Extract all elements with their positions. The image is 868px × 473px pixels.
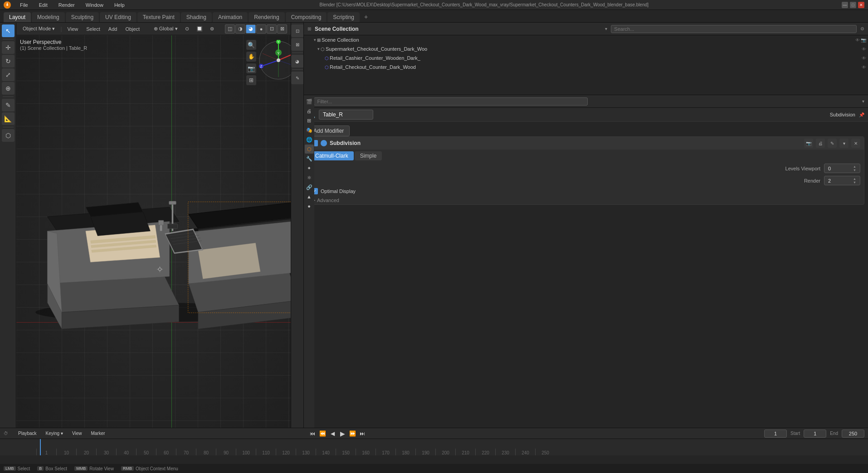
- move-tool[interactable]: ✛: [2, 41, 15, 54]
- tab-sculpting[interactable]: Sculpting: [66, 12, 99, 22]
- menu-render[interactable]: Render: [57, 1, 77, 9]
- render-level-arrows[interactable]: ▲ ▼: [853, 177, 856, 184]
- overlay-toggle[interactable]: ⊡: [267, 24, 277, 34]
- modifier-edit-btn[interactable]: ✎: [828, 139, 837, 148]
- menu-edit[interactable]: Edit: [37, 1, 49, 9]
- proportional-edit[interactable]: ⊚: [207, 25, 217, 33]
- maximize-button[interactable]: □: [850, 2, 856, 8]
- tab-uv-editing[interactable]: UV Editing: [100, 12, 137, 22]
- outliner-filter-icon[interactable]: ▾: [605, 26, 607, 31]
- zoom-icon[interactable]: 🔍: [246, 40, 256, 50]
- simple-tab[interactable]: Simple: [355, 151, 382, 160]
- catmull-clark-tab[interactable]: Catmull-Clark: [310, 151, 354, 160]
- jump-to-start-btn[interactable]: ⏮: [308, 430, 317, 438]
- pivot-point[interactable]: ⊙: [182, 25, 192, 33]
- outliner-options-icon[interactable]: ⚙: [860, 26, 864, 31]
- jump-to-end-btn[interactable]: ⏭: [358, 430, 366, 438]
- render-props-icon[interactable]: 🎬: [305, 97, 314, 106]
- levels-viewport-arrows[interactable]: ▲ ▼: [853, 165, 856, 172]
- tab-scripting[interactable]: Scripting: [327, 12, 360, 22]
- playback-menu[interactable]: Playback: [15, 430, 39, 437]
- view-menu-timeline[interactable]: View: [69, 430, 85, 437]
- object-menu[interactable]: Object: [122, 25, 142, 33]
- select-tool[interactable]: ↖: [2, 24, 15, 37]
- object-props-icon[interactable]: ⬡: [305, 145, 314, 154]
- play-btn[interactable]: ▶: [338, 430, 346, 438]
- keying-menu[interactable]: Keying ▾: [43, 430, 66, 437]
- tab-animation[interactable]: Animation: [213, 12, 248, 22]
- add-menu[interactable]: Add: [106, 25, 120, 33]
- start-frame-display[interactable]: 1: [804, 430, 826, 438]
- levels-viewport-value[interactable]: 0 ▲ ▼: [824, 164, 860, 173]
- properties-search-input[interactable]: [314, 97, 587, 106]
- outliner-item-eye-1[interactable]: 👁: [862, 56, 866, 61]
- render-level-value[interactable]: 2 ▲ ▼: [824, 176, 860, 185]
- add-cube-tool[interactable]: ⬡: [2, 129, 15, 142]
- end-frame-display[interactable]: 250: [842, 430, 864, 438]
- physics-icon[interactable]: ⚛: [305, 173, 314, 182]
- outliner-item-eye-0[interactable]: 👁: [862, 47, 866, 52]
- menu-help[interactable]: Help: [112, 1, 127, 9]
- output-props-icon[interactable]: 🖨: [305, 106, 314, 116]
- modifier-render-btn[interactable]: 🖨: [816, 139, 825, 148]
- tab-rendering[interactable]: Rendering: [249, 12, 284, 22]
- scene-collection-camera[interactable]: 📷: [861, 38, 866, 43]
- data-props-icon[interactable]: ▲: [305, 192, 314, 201]
- scene-collection-eye[interactable]: 👁: [855, 38, 860, 43]
- snap-toggle[interactable]: 🔲: [194, 25, 205, 33]
- modifier-camera-btn[interactable]: 📷: [804, 139, 813, 148]
- wireframe-shade[interactable]: ◫: [225, 24, 235, 34]
- material-shade[interactable]: ◕: [246, 24, 256, 34]
- modifier-props-icon[interactable]: 🔧: [305, 154, 314, 163]
- tab-texture-paint[interactable]: Texture Paint: [137, 12, 180, 22]
- material-props-icon[interactable]: ●: [305, 202, 314, 211]
- add-workspace-button[interactable]: +: [361, 11, 371, 22]
- camera-icon-overlay[interactable]: 📷: [246, 63, 256, 73]
- solid-shade[interactable]: ◑: [235, 24, 245, 34]
- object-name-input[interactable]: [319, 110, 373, 120]
- annotation-icon[interactable]: ✎: [291, 72, 304, 84]
- tab-layout[interactable]: Layout: [4, 12, 31, 22]
- view-layer-icon[interactable]: ⊞: [305, 116, 314, 125]
- outliner-item-2[interactable]: ⬡ Retail_Checkout_Counter_Dark_Wood 👁: [304, 63, 868, 72]
- world-props-icon[interactable]: 🌐: [305, 135, 314, 144]
- minimize-button[interactable]: —: [842, 2, 848, 8]
- modifier-type-icon[interactable]: [321, 140, 327, 146]
- xray-toggle[interactable]: ⊠: [277, 24, 287, 34]
- modifier-close-btn[interactable]: ✕: [851, 139, 860, 148]
- measure-tool[interactable]: 📐: [2, 112, 15, 125]
- particles-icon[interactable]: ✦: [305, 164, 314, 173]
- outliner-search-input[interactable]: [611, 25, 857, 33]
- outliner-item-1[interactable]: ⬡ Retail_Cashier_Counter_Wooden_Dark_ 👁: [304, 53, 868, 63]
- constraints-icon[interactable]: 🔗: [305, 183, 314, 192]
- tab-modeling[interactable]: Modeling: [32, 12, 65, 22]
- rotate-tool[interactable]: ↻: [2, 55, 15, 68]
- viewport-shading-icon[interactable]: ◕: [291, 55, 304, 68]
- select-menu[interactable]: Select: [83, 25, 103, 33]
- current-frame-display[interactable]: 1: [764, 430, 787, 438]
- transform-tool[interactable]: ⊕: [2, 82, 15, 95]
- overlay-display-icon[interactable]: ⊡: [291, 24, 304, 37]
- global-transform[interactable]: ⊕ Global ▾: [151, 25, 180, 33]
- play-backward-btn[interactable]: ◀: [328, 430, 336, 438]
- marker-menu[interactable]: Marker: [88, 430, 107, 437]
- tab-shading[interactable]: Shading: [181, 12, 212, 22]
- scene-props-icon[interactable]: 🎭: [305, 125, 314, 135]
- properties-pin-icon[interactable]: 📌: [859, 112, 864, 117]
- close-button[interactable]: ✕: [858, 2, 864, 8]
- menu-file[interactable]: File: [18, 1, 30, 9]
- menu-window[interactable]: Window: [84, 1, 105, 9]
- advanced-section[interactable]: ▶ Advanced: [308, 196, 864, 204]
- mode-dropdown[interactable]: Object Mode ▾: [20, 25, 58, 33]
- properties-options-icon[interactable]: ▾: [862, 99, 864, 104]
- annotate-tool[interactable]: ✎: [2, 99, 15, 111]
- grid-icon[interactable]: ⊞: [246, 75, 256, 85]
- xray-icon[interactable]: ⊠: [291, 38, 304, 51]
- tab-compositing[interactable]: Compositing: [286, 12, 327, 22]
- scale-tool[interactable]: ⤢: [2, 68, 15, 81]
- next-keyframe-btn[interactable]: ⏩: [348, 430, 356, 438]
- prev-keyframe-btn[interactable]: ⏪: [318, 430, 327, 438]
- view-menu[interactable]: View: [65, 25, 81, 33]
- viewport-3d[interactable]: User Perspective (1) Scene Collection | …: [16, 35, 303, 446]
- outliner-item-eye-2[interactable]: 👁: [862, 65, 866, 70]
